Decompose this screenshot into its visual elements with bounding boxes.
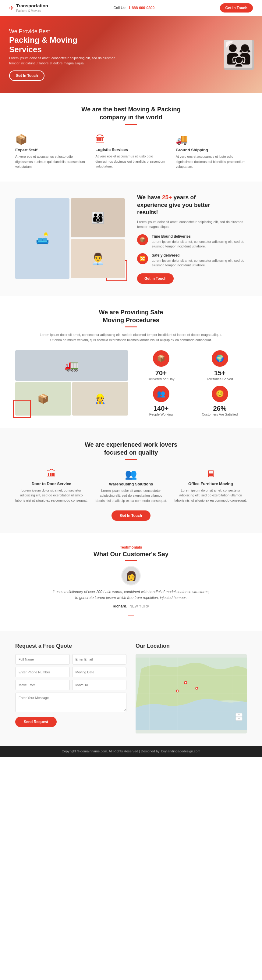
testimonials-title: What Our Customer's Say [15,551,247,558]
testimonials-text: It uses a dictionary of over 200 Latin w… [52,589,210,601]
service-icon-1: 📦 [15,134,86,145]
testimonials-label: Testimonials [15,545,247,549]
map-placeholder: + − [136,654,247,733]
procedures-description: Lorem ipsum dolor sit amet, consectetur … [39,332,223,343]
exp-years: 25+ [162,194,172,200]
hero-description: Lorem ipsum dolor sit amet, consectetur … [9,56,119,65]
services-underline [125,124,137,125]
location-area: Our Location [136,643,247,733]
phone-input[interactable] [15,667,70,677]
header-cta-button[interactable]: Get In Touch [220,3,253,13]
quality-card-title-1: Door to Door Service [15,482,87,486]
testimonials-underline [125,560,137,561]
svg-point-11 [196,687,197,689]
logo-area: ✈ Transportation Packers & Movers [9,3,48,13]
service-item-3: 🚚 Ground Shipping At vero eos et accusam… [176,134,247,169]
svg-text:−: − [238,717,240,720]
exp-description: Lorem ipsum dolor sit amet, consectetur … [137,220,247,229]
exp-cta-button[interactable]: Get In Touch [137,274,174,284]
quality-card-title-2: Warehousing Solutions [95,482,167,486]
quality-card-desc-1: Lorem ipsum dolor sit amet, consectetur … [15,488,87,503]
testimonials-section: Testimonials What Our Customer's Say 👩 I… [0,533,262,630]
svg-point-13 [177,690,178,692]
stat-num-2: 15+ [193,369,247,377]
proc-stats: 📦 70+ Delivered per Day 🌍 15+ Territorie… [134,350,247,416]
proc-images: 🚛 📦 👷 [15,350,128,415]
location-title: Our Location [136,643,247,649]
service-desc-1: At vero eos et accusamus et iusto odio d… [15,154,86,169]
quote-title: Request a Free Quote [15,643,126,649]
procedures-grid: 🚛 📦 👷 📦 70+ Delivered per Day 🌍 15+ Terr… [15,350,247,416]
exp-feature-title-2: Safely delivered [152,253,247,258]
service-title-2: Logistic Services [95,147,166,152]
service-desc-3: At vero eos et accusamus et iusto odio d… [176,154,247,169]
move-from-input[interactable] [15,680,70,690]
testimonials-avatar: 👩 [121,566,141,585]
services-title: We are the best Moving & Packing company… [15,105,247,121]
hero-image: 👨‍👩‍👧 [222,39,256,71]
quality-icon-3: 🖥 [175,468,247,480]
stat-num-4: 26% [193,404,247,412]
logo-text: Transportation [16,3,48,8]
quote-form-grid [15,654,126,690]
service-desc-2: At vero eos et accusamus et iusto odio d… [95,154,166,169]
svg-point-9 [185,682,186,683]
exp-feature-icon-2: 🔀 [137,253,148,264]
quality-card-2: 👥 Warehousing Solutions Lorem ipsum dolo… [95,468,167,503]
stat-label-2: Territories Served [193,377,247,381]
quality-section: We are experienced work lovers focused o… [0,428,262,533]
stat-card-4: 😊 26% Customers Are Satisfied [193,386,247,416]
services-grid: 📦 Expert Staff At vero eos et accusamus … [15,134,247,169]
bottom-section: Request a Free Quote Send Request Our Lo… [0,631,262,746]
quality-cta-wrapper: Get In Touch [15,511,247,521]
testimonials-dots: — [15,611,247,619]
logo-icon: ✈ [9,4,14,11]
quality-card-3: 🖥 Office Furniture Moving Lorem ipsum do… [175,468,247,503]
exp-feature-1: 📦 Time Bound deliveries Lorem ipsum dolo… [137,234,247,249]
send-request-button[interactable]: Send Request [15,717,57,727]
exp-content: We have 25+ years ofexperience give you … [137,194,247,284]
svg-text:+: + [238,713,240,716]
service-title-3: Ground Shipping [176,148,247,152]
exp-images-wrapper: 🛋️ 👨‍👩‍👦 👨‍💼 [15,198,125,279]
quality-grid: 🏛 Door to Door Service Lorem ipsum dolor… [15,468,247,503]
map-svg: + − [136,654,247,733]
footer-text: Copyright © domainname.com. All Rights R… [62,749,200,753]
full-name-input[interactable] [15,654,70,665]
stat-card-1: 📦 70+ Delivered per Day [134,350,188,381]
hero-section: We Provide Best Packing & Moving Service… [0,16,262,93]
header: ✈ Transportation Packers & Movers Call U… [0,0,262,16]
hero-content: We Provide Best Packing & Moving Service… [9,29,119,81]
exp-feature-2: 🔀 Safely delivered Lorem ipsum dolor sit… [137,253,247,268]
quality-title: We are experienced work lovers focused o… [15,441,247,457]
phone-label: Call Us: [113,6,126,10]
exp-image-1: 🛋️ [15,198,69,279]
message-textarea[interactable] [15,693,126,712]
procedures-underline [125,326,137,328]
phone-number: 1-888-000-0800 [129,6,155,10]
exp-feature-desc-1: Lorem ipsum dolor sit amet, consectetur … [152,240,247,249]
proc-image-people: 👷 [72,382,128,415]
quality-cta-button[interactable]: Get In Touch [112,511,150,521]
move-to-input[interactable] [72,680,127,690]
service-item-2: 🏛 Logistic Services At vero eos et accus… [95,134,166,169]
hero-cta-button[interactable]: Get In Touch [9,70,44,81]
procedures-title: We are Providing Safe Moving Procedures [15,308,247,324]
stat-label-1: Delivered per Day [134,377,188,381]
moving-date-input[interactable] [72,667,127,677]
stat-num-3: 140+ [134,404,188,412]
quality-card-desc-3: Lorem ipsum dolor sit amet, consectetur … [175,488,247,503]
stat-card-3: 👥 140+ People Working [134,386,188,416]
email-input[interactable] [72,654,127,665]
quality-underline [125,459,137,460]
footer: Copyright © domainname.com. All Rights R… [0,746,262,757]
testimonials-author: Richard, NEW YORK [15,604,247,608]
proc-border-accent [13,400,31,418]
quality-card-desc-2: Lorem ipsum dolor sit amet, consectetur … [95,488,167,503]
header-phone: Call Us: 1-888-000-0800 [113,6,155,10]
quality-card-title-3: Office Furniture Moving [175,482,247,486]
quote-form: Request a Free Quote Send Request [15,643,126,733]
stat-icon-3: 👥 [153,386,169,402]
testimonials-location: NEW YORK [129,604,149,608]
service-title-1: Expert Staff [15,148,86,152]
